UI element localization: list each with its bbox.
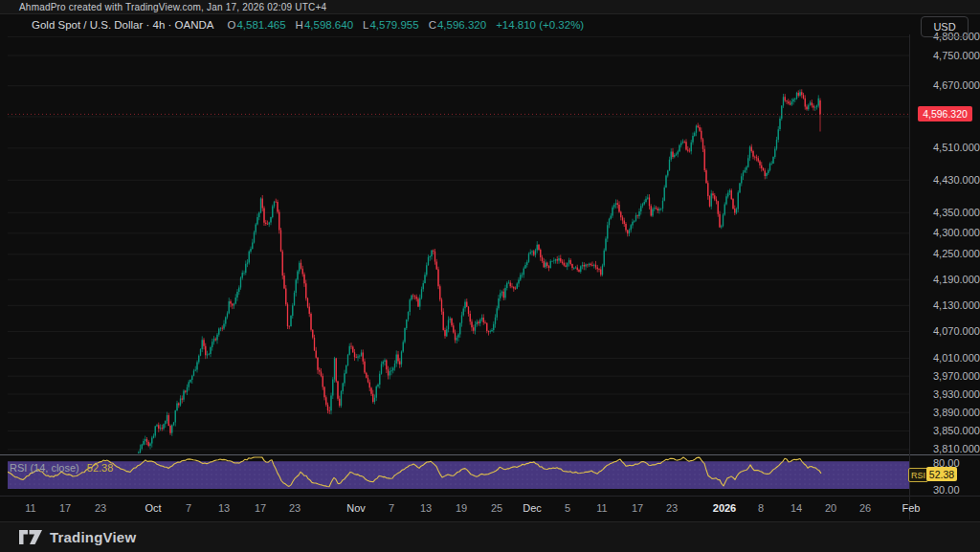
footer-bar: TradingView [0,522,980,552]
time-tick: 26 [859,502,871,514]
price-axis-label: 3,850.000 [933,425,980,436]
time-tick: Feb [902,502,921,514]
time-tick: 5 [565,502,570,514]
time-tick: 7 [186,502,191,514]
time-tick: 17 [59,502,71,514]
time-tick: 17 [255,502,266,514]
price-axis-label: 4,010.000 [933,352,980,364]
time-tick: 7 [389,502,394,514]
time-tick: 23 [289,502,301,514]
rsi-legend[interactable]: RSI (14, close) 52.38 [10,462,113,474]
price-axis-label: 4,130.000 [933,299,980,311]
price-axis-label: 3,970.000 [933,370,980,382]
ohlc-high-value: 4,598.640 [304,19,353,31]
candles-down-wicks [147,89,821,447]
price-axis-label: 4,750.000 [933,50,980,61]
time-tick: 11 [596,502,607,514]
rsi-legend-value: 52.38 [87,462,114,474]
time-tick: 23 [95,502,106,514]
price-axis-label: 4,670.000 [933,79,980,91]
time-tick: Oct [145,502,161,514]
tradingview-wordmark: TradingView [50,529,136,545]
price-axis-label: 3,890.000 [933,407,980,418]
rsi-band-texture [8,461,909,489]
price-axis-label: 4,190.000 [933,274,980,285]
pane-separator[interactable] [0,454,980,455]
tradingview-logo[interactable]: TradingView [19,529,136,545]
time-tick: Nov [346,502,366,514]
time-tick: 20 [825,502,836,514]
price-axis-label: 4,510.000 [933,142,980,153]
rsi-params: (14, close) [30,462,78,474]
time-tick: 13 [218,502,230,514]
time-tick: 2026 [713,502,736,514]
price-axis-label: 4,300.000 [933,227,980,238]
rsi-name: RSI [10,462,27,474]
tradingview-logo-icon [19,530,42,544]
time-tick: 8 [758,502,764,514]
symbol-legend: Gold Spot / U.S. Dollar · 4h · OANDA O4,… [32,17,584,33]
symbol-title[interactable]: Gold Spot / U.S. Dollar · 4h · OANDA [32,19,213,31]
candles-down [146,92,821,446]
time-tick: 25 [491,502,502,514]
time-tick: 11 [25,502,35,514]
currency-button[interactable]: USD [921,16,969,37]
rsi-value-badge: 52.38 [926,467,957,481]
time-axis[interactable]: 111723Oct7131723Nov7131925Dec51117232026… [0,502,980,518]
tradingview-chart-window: AhmadPro created with TradingView.com, J… [0,0,980,552]
price-chart-canvas[interactable] [0,0,980,552]
time-axis-separator [0,496,980,497]
ohlc-values: O4,581.465 H4,598.640 L4,579.955 C4,596.… [227,19,486,31]
ohlc-low-label: L [363,19,368,31]
price-axis-label: 3,930.000 [933,388,980,400]
time-tick: Dec [523,502,542,514]
time-tick: 19 [456,502,467,514]
rsi-axis-label: 30.00 [933,484,960,496]
price-axis-label: 4,430.000 [933,174,980,186]
last-price-badge: 4,596.320 [918,106,972,121]
price-axis-separator [909,34,910,519]
price-axis-label: 3,810.000 [933,443,980,454]
ohlc-high-label: H [296,19,303,31]
price-change: +14.810 (+0.32%) [496,19,584,31]
ohlc-open-label: O [227,19,235,31]
time-tick: 14 [791,502,802,514]
ohlc-close-label: C [429,19,436,31]
time-tick: 17 [632,502,643,514]
price-axis-label: 4,350.000 [933,207,980,218]
rsi-axis-badge: RSI [908,468,928,482]
ohlc-open-value: 4,581.465 [236,19,285,31]
ohlc-close-value: 4,596.320 [437,19,486,31]
price-axis-label: 4,250.000 [933,248,980,259]
candles-up-wicks [137,89,818,468]
ohlc-low-value: 4,579.955 [369,19,418,31]
time-tick: 23 [666,502,678,514]
price-axis-label: 4,070.000 [933,325,980,337]
time-tick: 13 [420,502,432,514]
